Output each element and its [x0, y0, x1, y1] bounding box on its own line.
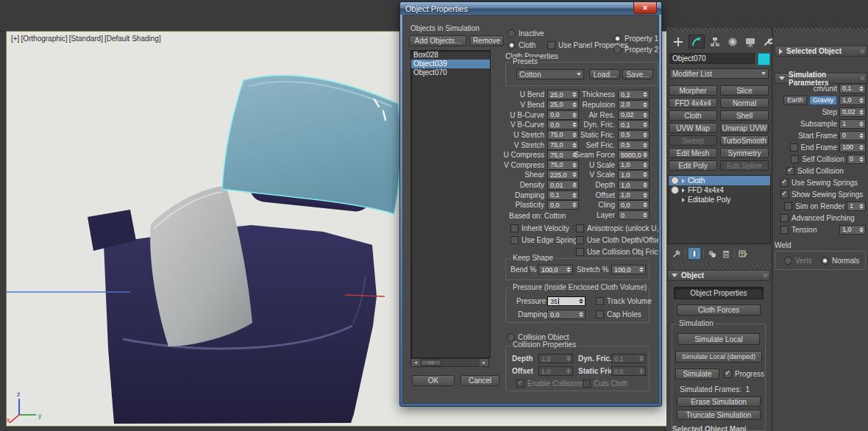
modifier-button[interactable]: Normal: [720, 98, 769, 108]
objects-list[interactable]: Box028 Object039 Object070: [410, 50, 491, 358]
advanced-pinching-checkbox[interactable]: Advanced Pinching: [780, 214, 855, 222]
spinner[interactable]: [858, 204, 864, 209]
param-field[interactable]: 0,02: [618, 110, 650, 120]
viewport-menu-standard[interactable]: [Standard]: [69, 35, 103, 43]
ok-button[interactable]: OK: [412, 375, 455, 386]
object-properties-button[interactable]: Object Properties: [674, 287, 764, 299]
simulate-local-damped-button[interactable]: Simulate Local (damped): [675, 351, 762, 363]
param-field[interactable]: 5000,0: [618, 150, 650, 160]
erase-simulation-button[interactable]: Erase Simulation: [677, 396, 761, 407]
tension-field[interactable]: 1,0: [839, 225, 866, 235]
pressure-damping-field[interactable]: 0,0: [547, 310, 586, 319]
inactive-radio[interactable]: Inactive: [508, 29, 544, 38]
modifier-stack-item[interactable]: Cloth: [669, 176, 770, 185]
hierarchy-tab-icon[interactable]: [708, 35, 722, 48]
remove-button[interactable]: Remove: [469, 35, 504, 46]
visibility-icon[interactable]: [671, 177, 679, 185]
create-tab-icon[interactable]: [671, 35, 686, 48]
step-field[interactable]: 0,02: [839, 107, 866, 117]
spinner[interactable]: [642, 163, 648, 168]
viewport-menu-plus[interactable]: [+]: [11, 35, 19, 43]
property2-radio[interactable]: Property 2: [613, 46, 658, 54]
cloth-option-checkbox[interactable]: Use Edge Springs: [511, 236, 581, 244]
close-icon[interactable]: ✕: [633, 2, 657, 14]
configure-modifier-sets-icon[interactable]: [737, 248, 749, 259]
objects-list-item[interactable]: Object070: [411, 68, 490, 77]
panel-drag-handle[interactable]: [773, 28, 868, 32]
cloth-option-checkbox[interactable]: Inherit Velocity: [511, 224, 581, 232]
modifier-button[interactable]: TurboSmooth: [720, 135, 769, 146]
spinner[interactable]: [858, 98, 864, 103]
param-field[interactable]: 0,1: [618, 120, 650, 129]
end-frame-checkbox[interactable]: End Frame: [790, 143, 837, 152]
make-unique-icon[interactable]: [706, 248, 718, 259]
spinner[interactable]: [858, 110, 864, 115]
spinner[interactable]: [858, 227, 864, 232]
weld-verts-radio[interactable]: Verts: [784, 257, 812, 265]
truncate-simulation-button[interactable]: Truncate Simulation: [677, 410, 761, 420]
cap-holes-checkbox[interactable]: Cap Holes: [596, 310, 641, 318]
objects-list-item[interactable]: Object039: [411, 60, 490, 68]
scroll-right-icon[interactable]: ▸: [480, 359, 488, 366]
spinner[interactable]: [858, 145, 864, 150]
spinner[interactable]: [642, 182, 648, 188]
stretch-field[interactable]: 100,0: [611, 265, 646, 274]
cloth-radio[interactable]: Cloth: [508, 41, 536, 49]
spinner[interactable]: [642, 152, 648, 157]
self-collision-checkbox[interactable]: Self Collision: [791, 155, 844, 163]
spinner[interactable]: [858, 86, 864, 91]
modifier-button[interactable]: Unwrap UVW: [720, 123, 769, 133]
modifier-button[interactable]: Edit Mesh: [669, 148, 717, 158]
cm-unit-field[interactable]: 0,1: [839, 84, 866, 93]
param-field[interactable]: 1,0: [618, 160, 650, 170]
property1-radio[interactable]: Property 1: [613, 35, 658, 43]
cancel-button[interactable]: Cancel: [460, 375, 499, 386]
simulate-button[interactable]: Simulate: [675, 368, 719, 380]
expand-arrow-icon[interactable]: [682, 179, 685, 183]
param-field[interactable]: 0,5: [618, 140, 650, 150]
spinner[interactable]: [642, 213, 648, 218]
object-color-swatch[interactable]: [758, 53, 770, 65]
gravity-field[interactable]: 1,0: [839, 96, 866, 105]
solid-collision-checkbox[interactable]: Solid Collision: [786, 167, 844, 175]
simulate-local-button[interactable]: Simulate Local: [677, 333, 760, 345]
tension-checkbox[interactable]: Tension: [780, 226, 817, 234]
cloth-option-checkbox[interactable]: Use Collision Obj Friction: [576, 248, 659, 256]
param-field[interactable]: 0,0: [618, 200, 650, 210]
object-rollout-header[interactable]: Object: [667, 270, 770, 281]
sim-on-render-checkbox[interactable]: Sim on Render: [784, 202, 844, 210]
add-objects-button[interactable]: Add Objects...: [409, 35, 466, 46]
scroll-left-icon[interactable]: ◂: [411, 359, 420, 366]
use-sewing-springs-checkbox[interactable]: Use Sewing Springs: [780, 179, 858, 187]
spinner[interactable]: [566, 267, 572, 272]
param-field[interactable]: 2,0: [618, 100, 650, 110]
modifier-button[interactable]: Cloth: [669, 110, 717, 121]
param-field[interactable]: 0,2: [618, 90, 650, 99]
object-name-field[interactable]: Object070: [669, 53, 755, 64]
spinner[interactable]: [642, 143, 648, 148]
gray-pillow[interactable]: [150, 186, 252, 346]
selected-object-rollout-header[interactable]: Selected Object: [775, 46, 867, 57]
modifier-list-dropdown[interactable]: Modifier List: [669, 68, 769, 79]
modifier-button[interactable]: Morpher: [669, 85, 717, 96]
pressure-field[interactable]: 35: [547, 296, 586, 306]
modifier-button[interactable]: Symmetry: [720, 148, 769, 158]
subsample-field[interactable]: 1: [839, 119, 866, 129]
cloth-forces-button[interactable]: Cloth Forces: [677, 304, 761, 316]
spinner[interactable]: [858, 157, 864, 162]
selected-cloth-pillow[interactable]: [222, 75, 401, 214]
modifier-stack-item[interactable]: FFD 4x4x4: [669, 185, 770, 195]
spinner[interactable]: [578, 299, 584, 304]
modifier-button[interactable]: Sweep: [669, 135, 717, 146]
modify-tab-icon[interactable]: [689, 35, 705, 49]
visibility-icon[interactable]: [671, 186, 679, 194]
cloth-option-checkbox[interactable]: Use Cloth Depth/Offset: [576, 236, 659, 244]
modifier-button[interactable]: Slice: [720, 85, 769, 96]
spinner[interactable]: [642, 92, 648, 97]
objects-list-item[interactable]: Box028: [411, 51, 490, 60]
spinner[interactable]: [638, 267, 644, 272]
modifier-button[interactable]: Edit Spline: [720, 160, 769, 171]
preset-dropdown[interactable]: Cotton: [516, 69, 584, 79]
load-button[interactable]: Load...: [589, 69, 620, 79]
modifier-button[interactable]: Edit Poly: [669, 160, 717, 171]
